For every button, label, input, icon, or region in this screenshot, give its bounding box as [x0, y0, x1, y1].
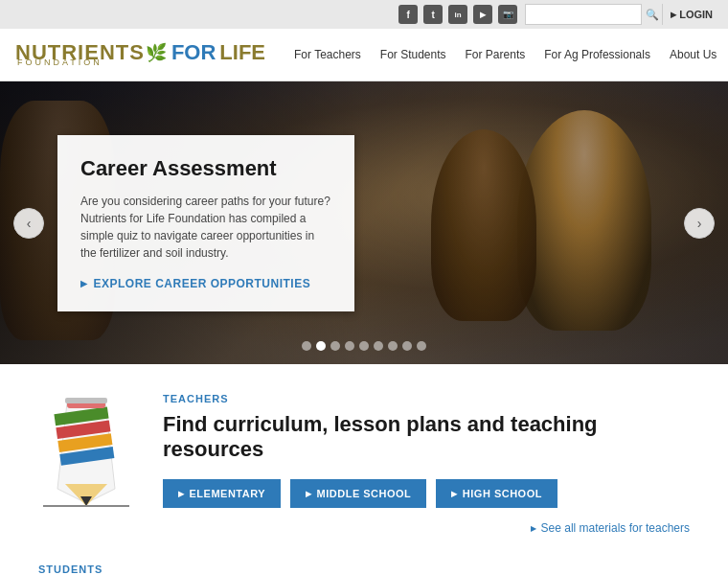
teachers-content: TEACHERS Find curriculum, lesson plans a… — [163, 393, 690, 535]
hero-dot-1[interactable] — [302, 341, 311, 351]
nav-for-students[interactable]: For Students — [371, 48, 456, 61]
hero-prev-arrow[interactable]: ‹ — [13, 208, 44, 239]
pencil-icon — [38, 393, 134, 498]
nav-for-ag[interactable]: For Ag Professionals — [535, 48, 660, 61]
hero-dot-6[interactable] — [374, 341, 383, 351]
logo-grass-icon: 🌿 — [146, 44, 167, 61]
nav-for-parents[interactable]: For Parents — [456, 48, 535, 61]
high-school-button[interactable]: HIGH SCHOOL — [436, 479, 557, 508]
hero-title: Career Assessment — [80, 156, 331, 181]
youtube-icon[interactable]: ▶ — [473, 5, 492, 24]
hero-dot-7[interactable] — [388, 341, 398, 351]
hero-dot-2[interactable] — [316, 341, 326, 351]
teachers-label: TEACHERS — [163, 393, 690, 404]
nav-bar: NUTRIENTS 🌿 FOR LIFE FOUNDATION For Teac… — [0, 29, 728, 81]
login-button[interactable]: LOGIN — [671, 9, 713, 20]
hero-dot-3[interactable] — [330, 341, 340, 351]
logo-for: FOR — [171, 42, 216, 63]
hero-description: Are you considering career paths for you… — [80, 193, 331, 262]
search-button[interactable]: 🔍 — [641, 4, 662, 25]
elementary-button[interactable]: ELEMENTARY — [163, 479, 281, 508]
instagram-icon[interactable]: 📷 — [498, 5, 517, 24]
hero-dot-9[interactable] — [417, 341, 426, 351]
hero-dot-8[interactable] — [402, 341, 412, 351]
search-input[interactable] — [526, 9, 641, 20]
hero-next-arrow[interactable]: › — [684, 208, 715, 239]
teachers-title: Find curriculum, lesson plans and teachi… — [163, 412, 690, 462]
teachers-section: TEACHERS Find curriculum, lesson plans a… — [0, 364, 728, 554]
top-bar: f t in ▶ 📷 🔍 LOGIN — [0, 0, 728, 29]
hero-section: Career Assessment Are you considering ca… — [0, 81, 728, 364]
nav-for-teachers[interactable]: For Teachers — [284, 48, 371, 61]
hero-dots — [302, 341, 426, 351]
students-label: STUDENTS — [38, 564, 690, 575]
svg-rect-8 — [65, 398, 107, 403]
students-section: STUDENTS — [0, 554, 728, 575]
facebook-icon[interactable]: f — [398, 5, 418, 24]
twitter-icon[interactable]: t — [423, 5, 443, 24]
level-buttons: ELEMENTARY MIDDLE SCHOOL HIGH SCHOOL — [163, 479, 690, 508]
nav-about-us[interactable]: About Us — [660, 48, 726, 61]
hero-cta-link[interactable]: EXPLORE CAREER OPPORTUNITIES — [80, 277, 331, 290]
search-box: 🔍 — [525, 4, 663, 25]
linkedin-icon[interactable]: in — [448, 5, 467, 24]
hero-dot-5[interactable] — [359, 341, 369, 351]
hero-dot-4[interactable] — [345, 341, 354, 351]
middle-school-button[interactable]: MIDDLE SCHOOL — [290, 479, 426, 508]
logo-life: LIFE — [219, 42, 265, 63]
pencil-svg — [38, 393, 134, 508]
nav-links: For Teachers For Students For Parents Fo… — [284, 48, 728, 61]
hero-content-box: Career Assessment Are you considering ca… — [57, 135, 354, 311]
logo[interactable]: NUTRIENTS 🌿 FOR LIFE FOUNDATION — [15, 42, 265, 67]
social-icons: f t in ▶ 📷 — [398, 5, 517, 24]
see-all-teachers-link[interactable]: See all materials for teachers — [163, 521, 690, 535]
